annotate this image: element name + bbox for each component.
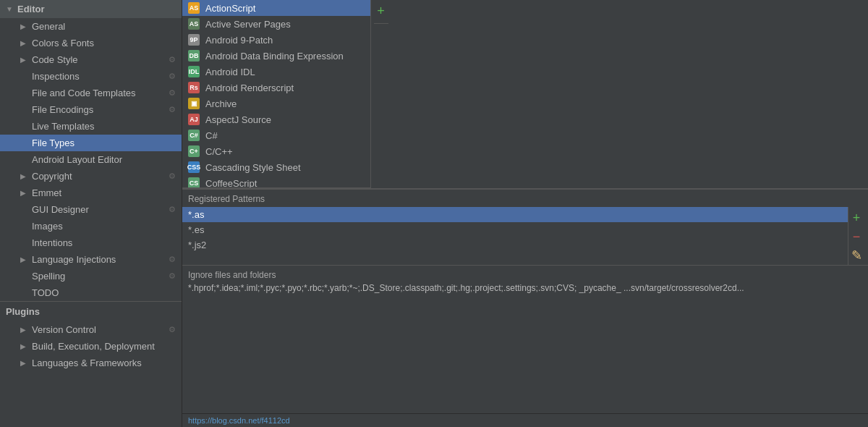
patterns-with-buttons: *.as*.es*.js2 + − ✎	[182, 207, 868, 265]
code-style-settings-icon: ⚙	[169, 55, 176, 64]
filetype-item[interactable]: RsAndroid Renderscript	[182, 80, 370, 96]
sidebar-item-label: Spelling	[32, 271, 65, 282]
colors-arrow-icon: ▶	[20, 39, 29, 47]
filetypes-action-buttons: +	[370, 0, 391, 188]
sidebar-item-gui-designer[interactable]: GUI Designer ⚙	[0, 201, 182, 218]
sidebar-item-code-style[interactable]: ▶ Code Style ⚙	[0, 51, 182, 68]
emmet-arrow-icon: ▶	[20, 189, 29, 197]
sidebar-item-language-injections[interactable]: ▶ Language Injections ⚙	[0, 251, 182, 268]
pattern-item[interactable]: *.as	[182, 207, 848, 222]
sidebar-editor-header[interactable]: ▼ Editor	[0, 0, 182, 18]
sidebar-item-label: File Encodings	[32, 104, 93, 115]
registered-patterns-label: Registered Patterns	[182, 190, 868, 207]
filetype-label: CoffeeScript	[205, 178, 257, 189]
filetype-icon: C+	[188, 145, 200, 157]
sidebar-item-todo[interactable]: TODO	[0, 284, 182, 301]
filetype-item[interactable]: C#C#	[182, 127, 370, 143]
sidebar-item-images[interactable]: Images	[0, 218, 182, 234]
sidebar-item-file-code-templates[interactable]: File and Code Templates ⚙	[0, 85, 182, 101]
file-encodings-settings-icon: ⚙	[169, 105, 176, 114]
filetype-label: Android 9-Patch	[205, 35, 273, 46]
code-style-arrow-icon: ▶	[20, 56, 29, 64]
inspections-settings-icon: ⚙	[169, 72, 176, 81]
filetype-label: Android Renderscript	[205, 83, 294, 93]
languages-frameworks-arrow-icon: ▶	[20, 359, 29, 367]
filetype-icon: IDL	[188, 66, 200, 77]
filetype-label: Cascading Style Sheet	[205, 162, 301, 173]
sidebar-item-copyright[interactable]: ▶ Copyright ⚙	[0, 168, 182, 185]
sidebar-item-colors-fonts[interactable]: ▶ Colors & Fonts	[0, 35, 182, 51]
patterns-action-buttons: + − ✎	[848, 207, 868, 265]
sidebar-item-file-types[interactable]: File Types	[0, 135, 182, 151]
sidebar-item-version-control[interactable]: ▶ Version Control ⚙	[0, 321, 182, 338]
sidebar-item-label: Inspections	[32, 71, 80, 82]
filetype-icon: 9P	[188, 34, 200, 46]
filetype-item[interactable]: AJAspectJ Source	[182, 111, 370, 127]
sidebar-item-build-execution[interactable]: ▶ Build, Execution, Deployment	[0, 338, 182, 355]
filetype-label: C/C++	[205, 146, 233, 157]
copyright-arrow-icon: ▶	[20, 172, 29, 180]
sidebar-item-label: File and Code Templates	[32, 88, 136, 98]
filetype-icon: C#	[188, 130, 200, 141]
filetype-item[interactable]: CSSCascading Style Sheet	[182, 159, 370, 175]
sidebar-item-label: Intentions	[32, 237, 72, 248]
sidebar: ▼ Editor ▶ General ▶ Colors & Fonts ▶ Co…	[0, 0, 182, 427]
sidebar-item-label: Colors & Fonts	[32, 38, 94, 48]
build-execution-arrow-icon: ▶	[20, 342, 29, 350]
filetype-item[interactable]: ASActive Server Pages	[182, 16, 370, 32]
file-code-templates-settings-icon: ⚙	[169, 88, 176, 98]
filetype-item[interactable]: ▣Archive	[182, 96, 370, 111]
pattern-item[interactable]: *.es	[182, 222, 848, 237]
sidebar-item-label: Languages & Frameworks	[32, 358, 142, 368]
spelling-settings-icon: ⚙	[169, 271, 176, 281]
filetype-label: Android IDL	[205, 67, 255, 77]
filetype-item[interactable]: DBAndroid Data Binding Expression	[182, 48, 370, 64]
filetype-icon: AJ	[188, 114, 200, 125]
sidebar-item-label: Images	[32, 221, 63, 232]
sidebar-item-languages-frameworks[interactable]: ▶ Languages & Frameworks	[0, 355, 182, 371]
sidebar-item-intentions[interactable]: Intentions	[0, 234, 182, 251]
filetype-item[interactable]: IDLAndroid IDL	[182, 64, 370, 80]
filetype-icon: AS	[188, 18, 200, 30]
sidebar-item-label: Code Style	[32, 54, 78, 65]
sidebar-item-label: File Types	[32, 138, 75, 148]
sidebar-item-label: Emmet	[32, 187, 61, 198]
sidebar-item-emmet[interactable]: ▶ Emmet	[0, 185, 182, 201]
sidebar-item-label: Android Layout Editor	[32, 154, 122, 165]
sidebar-item-label: Version Control	[32, 324, 96, 335]
filetype-icon: AS	[188, 2, 200, 14]
sidebar-item-live-templates[interactable]: Live Templates	[0, 118, 182, 135]
filetype-item[interactable]: CSCoffeeScript	[182, 175, 370, 188]
add-filetype-button[interactable]: +	[373, 3, 389, 19]
add-pattern-button[interactable]: +	[848, 210, 864, 226]
filetype-icon: CS	[188, 177, 200, 188]
divider	[374, 23, 388, 24]
pattern-item[interactable]: *.js2	[182, 237, 848, 253]
edit-pattern-button[interactable]: ✎	[848, 248, 864, 263]
gui-designer-settings-icon: ⚙	[169, 205, 176, 214]
sidebar-plugins-header[interactable]: Plugins	[0, 301, 182, 321]
filetype-label: ActionScript	[205, 3, 255, 14]
sidebar-item-label: Language Injections	[32, 254, 116, 265]
filetype-label: Active Server Pages	[205, 19, 291, 30]
ignore-value: *.hprof;*.idea;*.iml;*.pyc;*.pyo;*.rbc;*…	[188, 283, 862, 293]
filetype-label: AspectJ Source	[205, 114, 271, 125]
sidebar-item-inspections[interactable]: Inspections ⚙	[0, 68, 182, 85]
filetype-label: Archive	[205, 98, 237, 109]
filetype-item[interactable]: C+C/C++	[182, 143, 370, 159]
sidebar-item-android-layout-editor[interactable]: Android Layout Editor	[0, 151, 182, 168]
sidebar-item-file-encodings[interactable]: File Encodings ⚙	[0, 101, 182, 118]
filetype-icon: ▣	[188, 98, 200, 109]
filetype-item[interactable]: 9PAndroid 9-Patch	[182, 32, 370, 48]
sidebar-item-general[interactable]: ▶ General	[0, 18, 182, 35]
remove-pattern-button[interactable]: −	[848, 229, 864, 245]
filetypes-section: ASActionScriptASActive Server Pages9PAnd…	[182, 0, 868, 189]
sidebar-item-spelling[interactable]: Spelling ⚙	[0, 268, 182, 284]
copyright-settings-icon: ⚙	[169, 172, 176, 181]
filetype-label: C#	[205, 130, 218, 141]
sidebar-item-label: Live Templates	[32, 121, 94, 132]
url-bar: https://blog.csdn.net/f4112cd	[182, 413, 868, 427]
version-control-arrow-icon: ▶	[20, 326, 29, 334]
filetype-item[interactable]: ASActionScript	[182, 0, 370, 16]
registered-patterns-section: Registered Patterns *.as*.es*.js2 + − ✎	[182, 189, 868, 265]
